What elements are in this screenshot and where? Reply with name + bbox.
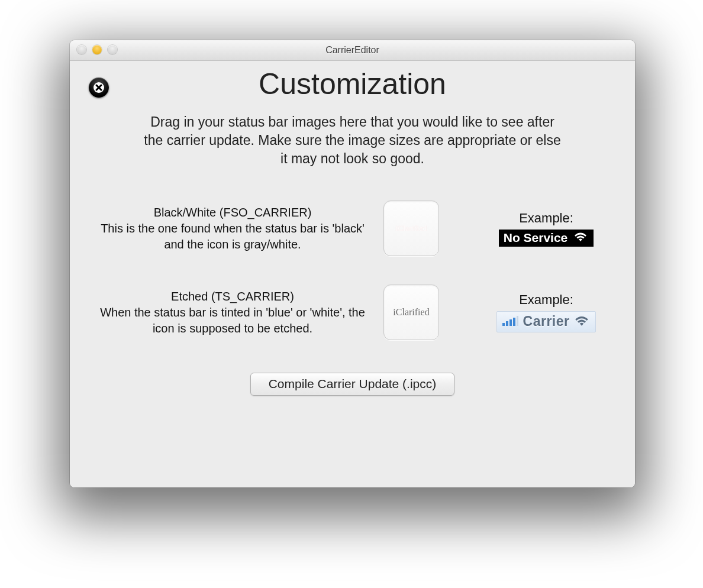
window-close-button[interactable] [77,45,86,54]
window-title: CarrierEditor [325,45,379,56]
row-black-white: Black/White (FSO_CARRIER) This is the on… [99,201,605,256]
dropwell-black-white-thumb: iClarified [396,224,427,233]
window-zoom-button[interactable] [108,45,117,54]
row-etched-label: Etched (TS_CARRIER) [99,289,366,305]
example-black-white-label: Example: [466,211,626,226]
row-black-white-label: Black/White (FSO_CARRIER) [99,205,366,221]
wifi-icon [574,315,589,329]
example-black-white-statusbar-text: No Service [504,231,568,245]
window-minimize-button[interactable] [92,45,102,54]
page-heading: Customization [70,67,635,101]
svg-rect-5 [517,316,518,326]
compile-button[interactable]: Compile Carrier Update (.ipcc) [250,373,455,396]
row-black-white-text: Black/White (FSO_CARRIER) This is the on… [99,205,366,253]
example-etched-statusbar: Carrier [496,311,596,332]
example-etched-label: Example: [466,292,626,308]
page-description: Drag in your status bar images here that… [140,113,566,168]
wifi-icon [573,231,588,245]
dropwell-black-white[interactable]: iClarified [383,201,439,256]
svg-rect-3 [509,319,512,326]
window-body: Customization Drag in your status bar im… [70,67,635,487]
titlebar: CarrierEditor [70,40,635,61]
app-window: CarrierEditor Customization Drag in your… [70,40,635,487]
signal-bars-icon [502,315,518,329]
customization-rows: Black/White (FSO_CARRIER) This is the on… [70,201,635,340]
svg-rect-1 [502,323,505,326]
close-icon [93,82,105,93]
example-black-white-statusbar: No Service [499,230,594,247]
row-etched-description: When the status bar is tinted in 'blue' … [100,306,365,335]
example-etched-statusbar-text: Carrier [523,314,570,329]
example-etched: Example: Carrier [466,292,626,332]
row-black-white-description: This is the one found when the status ba… [101,222,365,251]
dropwell-etched[interactable]: iClarified [383,285,439,340]
row-etched: Etched (TS_CARRIER) When the status bar … [99,285,605,340]
row-etched-text: Etched (TS_CARRIER) When the status bar … [99,289,366,337]
back-close-badge[interactable] [89,77,109,98]
dropwell-etched-thumb: iClarified [393,307,429,318]
svg-rect-2 [506,321,508,326]
example-black-white: Example: No Service [466,211,626,247]
svg-rect-4 [513,318,515,326]
traffic-lights [77,45,117,54]
